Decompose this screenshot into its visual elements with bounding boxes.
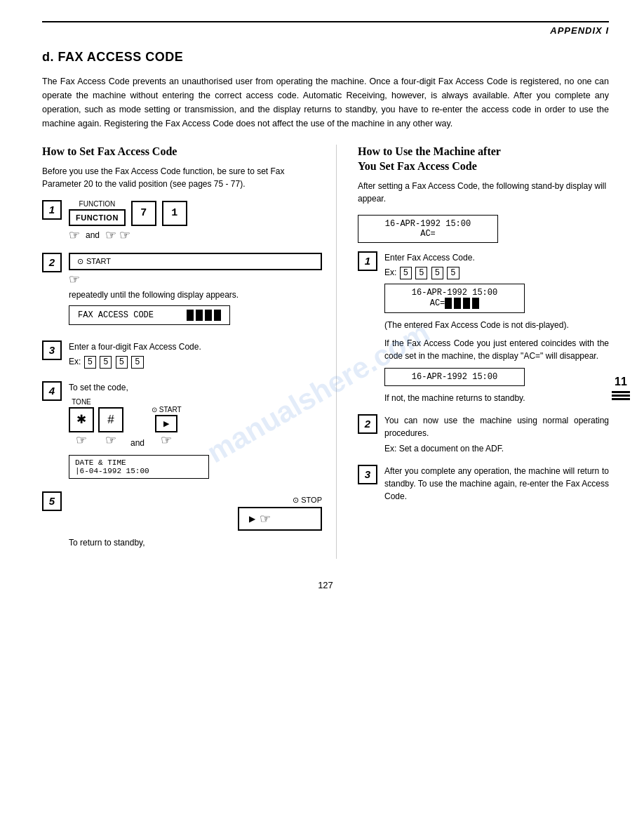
hand-hash: ☞ (105, 432, 116, 448)
tone-label: TONE (72, 398, 91, 406)
margin-tab: 11 (612, 376, 630, 400)
num7-key-wrapper: 7 (131, 201, 156, 226)
page-number: 127 (42, 580, 609, 590)
cleared-line1: 16-APR-1992 15:00 (392, 372, 517, 382)
ac-display: 16-APR-1992 15:00 AC= (384, 284, 525, 313)
r-digit-5a: 5 (400, 267, 412, 279)
step4-start-key[interactable]: ▶ (155, 415, 177, 432)
hash-key[interactable]: # (98, 407, 123, 432)
right-step-1-note2: If the Fax Access Code you just entered … (384, 337, 609, 362)
right-step-3-text: After you complete any operation, the ma… (384, 465, 609, 503)
step-2-row: 2 ⊙ START ☞ repeatedly until the followi… (42, 253, 322, 331)
right-step-1-note3: If not, the machine returns to standby. (384, 392, 609, 404)
digit-5b: 5 (100, 356, 112, 369)
ac-line1: 16-APR-1992 15:00 (392, 288, 517, 298)
appendix-label: APPENDIX I (550, 25, 609, 36)
right-col-subtext: After setting a Fax Access Code, the fol… (358, 180, 609, 205)
right-step-1-ex: Ex: 5 5 5 5 (384, 267, 609, 279)
step-5-text: To return to standby, (69, 536, 322, 549)
standby-line2: AC= (365, 229, 490, 239)
stop-section: ⊙ STOP ▶ ☞ (69, 496, 322, 531)
fax-access-code-display: FAX ACCESS CODE (69, 305, 230, 325)
date-time-display: DATE & TIME |6-04-1992 15:00 (69, 455, 209, 479)
start-icon: ⊙ (77, 257, 83, 266)
step-4-keys: TONE ✱ ☞ # ☞ and ⊙ START ▶ (69, 398, 322, 448)
start-label: START (86, 257, 111, 265)
cleared-display: 16-APR-1992 15:00 (384, 368, 525, 386)
right-step-1-note1: (The entered Fax Access Code is not dis-… (384, 319, 609, 331)
step-1-num: 1 (42, 200, 62, 220)
stop-arrow: ▶ (249, 514, 255, 524)
right-heading-line2: You Set Fax Access Code (358, 160, 477, 172)
step-1-hand-row: ☞ and ☞ ☞ (69, 227, 322, 243)
tone-key[interactable]: ✱ (69, 407, 94, 432)
step-3-text: Enter a four-digit Fax Access Code. (69, 340, 322, 353)
page-header: APPENDIX I (42, 21, 609, 36)
step-4-row: 4 To set the code, TONE ✱ ☞ # ☞ and (42, 381, 322, 482)
hash-key-wrapper: # ☞ (98, 407, 123, 448)
stop-label: ⊙ STOP (293, 496, 322, 505)
step-5-content: ⊙ STOP ▶ ☞ To return to standby, (69, 491, 322, 549)
step-5-num: 5 (42, 491, 62, 511)
right-col-heading: How to Use the Machine after You Set Fax… (358, 145, 609, 174)
left-col-subtext: Before you use the Fax Access Code funct… (42, 165, 322, 190)
right-step-3-num: 3 (358, 465, 377, 484)
and-label: and (86, 230, 100, 240)
hand-tone: ☞ (76, 432, 87, 448)
fax-display-label: FAX ACCESS CODE (78, 310, 154, 320)
hand-icon-start: ☞ (69, 272, 80, 287)
num1-key[interactable]: 1 (162, 201, 187, 226)
tone-key-wrapper: TONE ✱ ☞ (69, 398, 94, 448)
r-digit-5d: 5 (447, 267, 459, 279)
step4-start-label: ⊙ START (152, 406, 182, 413)
right-step-2-num: 2 (358, 414, 377, 434)
step-4-text: To set the code, (69, 381, 322, 394)
step-3-row: 3 Enter a four-digit Fax Access Code. Ex… (42, 340, 322, 371)
step-1-content: FUNCTION FUNCTION 7 1 ☞ and ☞ (69, 200, 322, 243)
right-column: How to Use the Machine after You Set Fax… (337, 145, 609, 559)
right-step-2-text: You can now use the machine using normal… (384, 414, 609, 439)
start-key[interactable]: ⊙ START (69, 253, 322, 270)
step-4-num: 4 (42, 381, 62, 401)
function-key[interactable]: FUNCTION (69, 209, 126, 226)
start-arrow: ▶ (163, 419, 169, 428)
date-value: |6-04-1992 15:00 (75, 467, 203, 475)
hand-icon-7: ☞ (105, 227, 116, 243)
hand-icon-fn: ☞ (69, 227, 80, 243)
hand-stop: ☞ (260, 511, 271, 527)
step-2-num: 2 (42, 253, 62, 272)
step-3-content: Enter a four-digit Fax Access Code. Ex: … (69, 340, 322, 371)
right-step-1-row: 1 Enter Fax Access Code. Ex: 5 5 5 5 16-… (358, 251, 609, 404)
function-key-wrapper: FUNCTION FUNCTION (69, 200, 126, 226)
two-column-layout: How to Set Fax Access Code Before you us… (42, 145, 609, 559)
margin-tab-lines (612, 391, 630, 400)
right-step-1-content: Enter Fax Access Code. Ex: 5 5 5 5 16-AP… (384, 251, 609, 404)
right-step-3-row: 3 After you complete any operation, the … (358, 465, 609, 503)
r-digit-5b: 5 (415, 267, 427, 279)
step-1-key-group: FUNCTION FUNCTION 7 1 (69, 200, 322, 226)
left-col-heading: How to Set Fax Access Code (42, 145, 322, 159)
hand-icon-1: ☞ (119, 227, 130, 243)
right-step-1-num: 1 (358, 251, 377, 271)
right-step-2-ex: Ex: Set a document on the ADF. (384, 442, 609, 455)
num7-key[interactable]: 7 (131, 201, 156, 226)
date-label: DATE & TIME (75, 458, 203, 467)
step-2-hand-row: ☞ (69, 272, 322, 287)
standby-line1: 16-APR-1992 15:00 (365, 219, 490, 229)
margin-tab-number: 11 (615, 376, 627, 388)
step-4-content: To set the code, TONE ✱ ☞ # ☞ and (69, 381, 322, 482)
step-5-row: 5 ⊙ STOP ▶ ☞ To return to standby, (42, 491, 322, 549)
right-step-3-content: After you complete any operation, the ma… (384, 465, 609, 503)
digit-5c: 5 (116, 356, 128, 369)
right-step-2-row: 2 You can now use the machine using norm… (358, 414, 609, 455)
section-title: d. FAX ACCESS CODE (42, 50, 609, 65)
step4-and: and (130, 438, 145, 448)
standby-display: 16-APR-1992 15:00 AC= (358, 215, 498, 243)
ac-bars (445, 298, 479, 309)
stop-button[interactable]: ▶ ☞ (238, 507, 322, 531)
intro-paragraph: The Fax Access Code prevents an unauthor… (42, 74, 609, 131)
step-3-ex: Ex: 5 5 5 5 (69, 356, 322, 369)
ac-line2: AC= (392, 298, 517, 309)
num1-key-wrapper: 1 (162, 201, 187, 226)
right-step-1-text: Enter Fax Access Code. (384, 251, 609, 264)
